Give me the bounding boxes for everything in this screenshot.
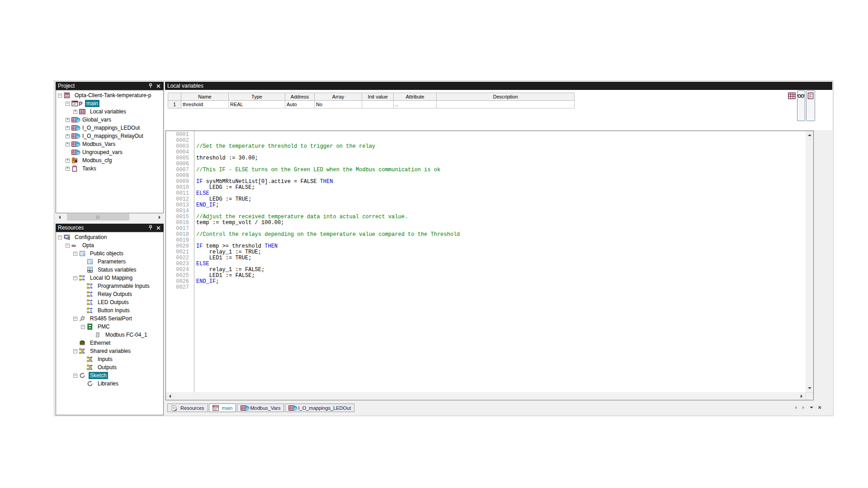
scroll-left-icon[interactable] [56, 213, 63, 221]
tree-item[interactable]: −PMC [56, 323, 163, 331]
variable-cell[interactable]: No [315, 101, 362, 108]
collapse-icon[interactable]: − [73, 349, 77, 353]
code-line[interactable]: 0013END_IF; [166, 202, 806, 208]
code-line[interactable]: 0024 relay_1 := FALSE; [166, 267, 806, 273]
code-line[interactable]: 0012 LEDG := TRUE; [166, 197, 806, 202]
tree-item[interactable]: Libraries [56, 380, 163, 388]
tab-i_o_mappings_ledout[interactable]: GI_O_mappings_LEDOut [285, 404, 354, 412]
collapse-icon[interactable]: − [58, 94, 62, 98]
code-line[interactable]: 0016temp := temp_volt / 100.00; [166, 220, 806, 226]
watch-icon[interactable] [797, 92, 805, 121]
code-line[interactable]: 0026END_IF; [166, 279, 806, 285]
close-icon[interactable] [155, 225, 161, 231]
variable-cell[interactable]: REAL [229, 101, 285, 108]
pin-icon[interactable] [147, 83, 154, 89]
scroll-down-icon[interactable] [806, 385, 813, 392]
variable-cell[interactable]: Auto [285, 101, 315, 108]
tree-item[interactable]: −Configuration [56, 233, 163, 241]
tree-item[interactable]: +Local variables [56, 108, 163, 116]
code-line[interactable]: 0025 LED1 := FALSE; [166, 273, 806, 279]
code-line[interactable]: 0007//This IF - ELSE turns on the Green … [166, 167, 806, 173]
collapse-icon[interactable]: − [66, 102, 70, 106]
tree-item[interactable]: LED Outputs [56, 298, 163, 306]
tree-item[interactable]: −Shared variables [56, 347, 163, 355]
code-line[interactable]: 0020IF temp >= threshold THEN [166, 244, 806, 249]
next-tab-icon[interactable] [801, 405, 806, 410]
doclist-icon[interactable] [807, 92, 814, 121]
tree-item[interactable]: −Local IO Mapping [56, 274, 163, 282]
code-line[interactable]: 0011ELSE [166, 191, 806, 197]
variable-cell[interactable] [437, 101, 575, 108]
code-line[interactable]: 0009IF sysMbMRtuNetList[0].active = FALS… [166, 179, 806, 185]
code-line[interactable]: 0003//Set the temperature threshold to t… [166, 144, 806, 150]
tree-item[interactable]: GUngrouped_vars [56, 148, 163, 156]
close-icon[interactable] [155, 83, 161, 89]
editor-horizontal-scrollbar[interactable] [166, 392, 806, 400]
tab-resources[interactable]: Resources [167, 404, 208, 412]
tree-item[interactable]: +GI_O_mappings_LEDOut [56, 124, 163, 132]
tree-item[interactable]: +Modbus_cfg [56, 156, 163, 164]
tree-item[interactable]: −Public objects [56, 249, 163, 258]
code-line[interactable]: 0018//Control the relays depending on th… [166, 232, 806, 238]
tree-item[interactable]: Status variables [56, 266, 163, 274]
tree-item[interactable]: +Tasks [56, 164, 163, 173]
expand-icon[interactable]: + [73, 110, 77, 114]
code-line[interactable]: 0005threshold := 30.00; [166, 155, 806, 161]
editor-vertical-scrollbar[interactable] [806, 131, 813, 392]
scroll-right-icon[interactable] [798, 392, 806, 400]
tree-item[interactable]: Modbus FC-04_1 [56, 331, 163, 339]
tree-item[interactable]: +GGlobal_vars [56, 116, 163, 124]
tree-item[interactable]: −RS485 SerialPort [56, 314, 163, 323]
expand-icon[interactable]: + [66, 142, 70, 146]
tree-item[interactable]: −Sketch [56, 371, 163, 380]
code-line[interactable]: 0021 relay_1 := TRUE; [166, 249, 806, 255]
scroll-right-icon[interactable] [156, 213, 164, 221]
code-line[interactable]: 0001 [166, 132, 806, 138]
project-horizontal-scrollbar[interactable] [56, 213, 164, 221]
collapse-icon[interactable]: − [73, 252, 77, 256]
collapse-icon[interactable]: − [73, 276, 77, 280]
code-line[interactable]: 0010 LEDG := FALSE; [166, 185, 806, 191]
watch-strip[interactable] [797, 90, 805, 121]
variable-cell[interactable]: .. [394, 101, 437, 108]
expand-icon[interactable]: + [66, 118, 70, 122]
tree-item[interactable]: −Pmain [56, 99, 163, 108]
code-line[interactable]: 0027 [166, 285, 806, 291]
code-lines[interactable]: 000100020003//Set the temperature thresh… [166, 132, 806, 392]
collapse-icon[interactable]: − [66, 244, 70, 248]
code-line[interactable]: 0004 [166, 150, 806, 155]
tab-main[interactable]: main [209, 404, 236, 412]
prev-tab-icon[interactable] [793, 405, 798, 410]
tree-item[interactable]: −Opta-Client-Tank-temperature-p [56, 91, 163, 99]
code-editor[interactable]: 000100020003//Set the temperature thresh… [165, 131, 814, 400]
tree-item[interactable]: Ethernet [56, 339, 163, 347]
table-grid-icon[interactable] [788, 92, 797, 100]
tree-item[interactable]: Inputs [56, 355, 163, 363]
tree-item[interactable]: Relay Outputs [56, 290, 163, 298]
expand-icon[interactable]: + [66, 159, 70, 163]
variable-cell[interactable] [362, 101, 394, 108]
tree-item[interactable]: −∞Opta [56, 241, 163, 249]
tree-item[interactable]: Outputs [56, 363, 163, 371]
expand-icon[interactable]: + [66, 167, 70, 171]
tree-item[interactable]: Button Inputs [56, 306, 163, 314]
collapse-icon[interactable]: − [73, 374, 77, 378]
tab-modbus_vars[interactable]: GModbus_Vars [237, 404, 284, 412]
expand-icon[interactable]: + [66, 134, 70, 138]
doclist-strip[interactable] [806, 90, 815, 121]
tree-item[interactable]: Parameters [56, 258, 163, 266]
collapse-icon[interactable]: − [58, 235, 62, 239]
code-line[interactable]: 0022 LED1 := TRUE; [166, 255, 806, 261]
collapse-icon[interactable]: − [81, 325, 85, 329]
scrollbar-thumb[interactable] [67, 214, 129, 221]
scroll-up-icon[interactable] [806, 131, 813, 139]
tree-item[interactable]: +GModbus_Vars [56, 140, 163, 148]
tab-list-icon[interactable] [809, 405, 814, 410]
close-tab-icon[interactable]: × [817, 405, 822, 410]
scroll-left-icon[interactable] [166, 392, 174, 400]
variable-cell[interactable]: threshold [181, 101, 229, 108]
collapse-icon[interactable]: − [73, 317, 77, 321]
tree-item[interactable]: Programmable Inputs [56, 282, 163, 290]
expand-icon[interactable]: + [66, 126, 70, 130]
pin-icon[interactable] [147, 225, 154, 231]
